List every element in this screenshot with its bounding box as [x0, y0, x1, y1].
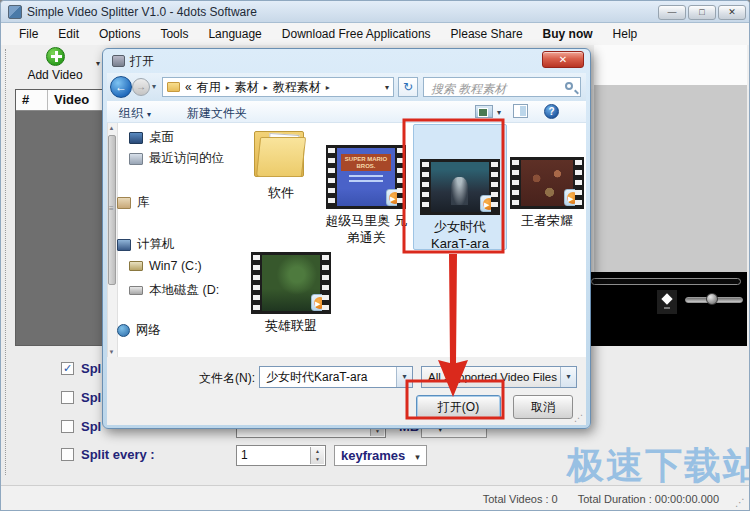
sidebar-item-win7-c[interactable]: Win7 (C:): [129, 259, 202, 273]
breadcrumb-folder-icon: [167, 82, 180, 92]
menu-please-share[interactable]: Please Share: [441, 23, 533, 45]
add-video-label: Add Video: [15, 68, 95, 82]
video-thumbnail: [510, 157, 584, 209]
volume-slider-thumb[interactable]: [706, 293, 718, 305]
maximize-button[interactable]: □: [688, 5, 716, 20]
breadcrumb-crumb-1[interactable]: 有用: [197, 79, 221, 96]
preview-pane-icon[interactable]: [513, 104, 528, 118]
file-item-girls-selected[interactable]: 少女时代 KaraT-ara: [413, 124, 507, 250]
menu-tools[interactable]: Tools: [150, 23, 198, 45]
breadcrumb-dropdown-icon[interactable]: ▾: [385, 83, 389, 92]
menu-buy-now[interactable]: Buy now: [533, 23, 603, 45]
help-icon[interactable]: [544, 104, 559, 119]
scroll-down-icon[interactable]: ▼: [107, 349, 116, 355]
sidebar-item-desktop[interactable]: 桌面: [129, 129, 174, 146]
breadcrumb-crumb-3[interactable]: 教程素材: [273, 79, 321, 96]
sidebar-item-network[interactable]: 网络: [117, 322, 161, 339]
breadcrumb[interactable]: « 有用 ▸ 素材 ▸ 教程素材 ▸ ▾: [162, 77, 394, 97]
play-badge-icon: [386, 189, 403, 206]
file-item-kings[interactable]: 王者荣耀: [509, 124, 585, 230]
file-type-dropdown[interactable]: All Supported Video Files (*.: [421, 366, 577, 388]
split-option-1-label: Spl: [81, 361, 101, 376]
computer-icon: [117, 239, 131, 251]
views-icon[interactable]: [475, 105, 493, 118]
seek-bar[interactable]: [591, 278, 741, 285]
views-dropdown-icon[interactable]: ▾: [497, 108, 501, 117]
split-every-unit-dropdown[interactable]: keyframes: [334, 445, 427, 466]
app-icon: [8, 5, 22, 19]
video-thumbnail: [420, 159, 500, 215]
history-dropdown-icon[interactable]: ▾: [152, 82, 156, 91]
volume-icon[interactable]: [657, 290, 677, 314]
split-option-2-checkbox[interactable]: [61, 391, 74, 404]
split-option-row-4: Split every :: [61, 446, 155, 462]
scrollbar-thumb[interactable]: [108, 135, 116, 285]
menu-language[interactable]: Language: [198, 23, 271, 45]
sidebar-item-libraries[interactable]: 库: [117, 194, 150, 211]
file-name-dropdown-icon[interactable]: [396, 367, 412, 387]
command-bar: 组织 新建文件夹 ▾: [107, 101, 586, 123]
breadcrumb-separator-icon: ▸: [264, 83, 268, 92]
sidebar-item-computer[interactable]: 计算机: [117, 236, 175, 253]
desktop-icon: [129, 132, 143, 144]
dialog-title: 打开: [130, 53, 154, 70]
column-video: Video: [48, 90, 95, 110]
menu-help[interactable]: Help: [603, 23, 648, 45]
open-button[interactable]: 打开(O): [416, 395, 501, 419]
drive-c-icon: [129, 261, 143, 271]
split-option-row-2: Spl: [61, 389, 101, 405]
new-folder-button[interactable]: 新建文件夹: [187, 105, 247, 122]
play-badge-icon: [480, 195, 497, 212]
breadcrumb-separator-icon: ▸: [326, 83, 330, 92]
cancel-button[interactable]: 取消: [513, 395, 573, 419]
refresh-icon[interactable]: [398, 77, 418, 97]
split-option-2-label: Spl: [81, 390, 101, 405]
app-window: Simple Video Splitter V1.0 - 4dots Softw…: [0, 0, 750, 511]
add-video-button[interactable]: Add Video: [15, 47, 95, 87]
file-label: 软件: [243, 185, 319, 202]
split-every-value-input[interactable]: 1: [236, 445, 326, 466]
sidebar-item-local-disk-d[interactable]: 本地磁盘 (D:: [129, 282, 219, 299]
split-option-1-checkbox[interactable]: [61, 362, 74, 375]
preview-top-strip: [594, 45, 747, 85]
resize-grip-icon[interactable]: [735, 497, 745, 508]
play-badge-icon: [564, 189, 581, 206]
video-thumbnail: [251, 252, 331, 314]
open-file-dialog: 打开 ✕ ▾ « 有用 ▸ 素材 ▸ 教程素材 ▸ ▾: [102, 48, 591, 429]
split-option-3-checkbox[interactable]: [61, 420, 74, 433]
file-name-input[interactable]: 少女时代KaraT-ara: [259, 366, 413, 388]
player-controls: [586, 272, 747, 346]
split-every-spinner[interactable]: [310, 447, 324, 464]
add-video-dropdown-icon[interactable]: ▾: [96, 59, 100, 68]
play-badge-icon: [311, 294, 328, 311]
breadcrumb-crumb-2[interactable]: 素材: [235, 79, 259, 96]
back-button[interactable]: [110, 76, 132, 98]
search-input[interactable]: 搜索 教程素材: [423, 77, 581, 97]
close-button[interactable]: ✕: [718, 5, 746, 20]
dialog-close-button[interactable]: ✕: [542, 51, 584, 68]
menu-edit[interactable]: Edit: [48, 23, 89, 45]
menu-download-free-applications[interactable]: Download Free Applications: [272, 23, 441, 45]
title-bar: Simple Video Splitter V1.0 - 4dots Softw…: [1, 1, 750, 23]
file-type-dropdown-icon[interactable]: [560, 367, 576, 387]
dialog-resize-grip-icon[interactable]: [574, 413, 583, 423]
file-item-folder[interactable]: 软件: [243, 125, 319, 202]
file-item-mario[interactable]: SUPER MARIO BROS. 超级马里奥 兄弟通关: [319, 125, 413, 247]
minimize-button[interactable]: —: [658, 5, 686, 20]
scroll-up-icon[interactable]: ▲: [107, 125, 116, 131]
column-number: #: [16, 90, 48, 110]
forward-button[interactable]: [132, 78, 150, 96]
menu-options[interactable]: Options: [89, 23, 150, 45]
split-every-checkbox[interactable]: [61, 448, 74, 461]
sidebar-item-recent[interactable]: 最近访问的位: [129, 150, 224, 167]
total-duration: Total Duration : 00:00:00.000: [578, 493, 719, 505]
video-thumbnail: SUPER MARIO BROS.: [326, 145, 406, 209]
dialog-footer: 文件名(N): 少女时代KaraT-ara All Supported Vide…: [107, 357, 586, 425]
organize-menu[interactable]: 组织: [119, 105, 151, 122]
file-label: 超级马里奥 兄弟通关: [319, 213, 413, 247]
file-item-lol[interactable]: 英雄联盟: [243, 250, 339, 335]
menu-file[interactable]: File: [9, 23, 48, 45]
split-every-unit: keyframes: [341, 448, 405, 463]
drive-d-icon: [129, 286, 143, 295]
video-preview-area: [594, 85, 747, 272]
